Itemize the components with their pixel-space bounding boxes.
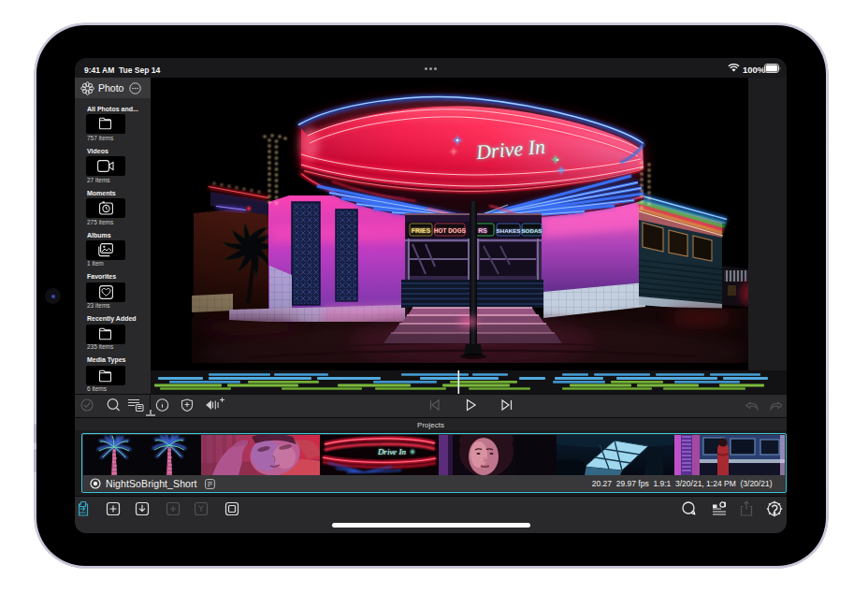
svg-text:Drive In: Drive In [377, 447, 407, 456]
